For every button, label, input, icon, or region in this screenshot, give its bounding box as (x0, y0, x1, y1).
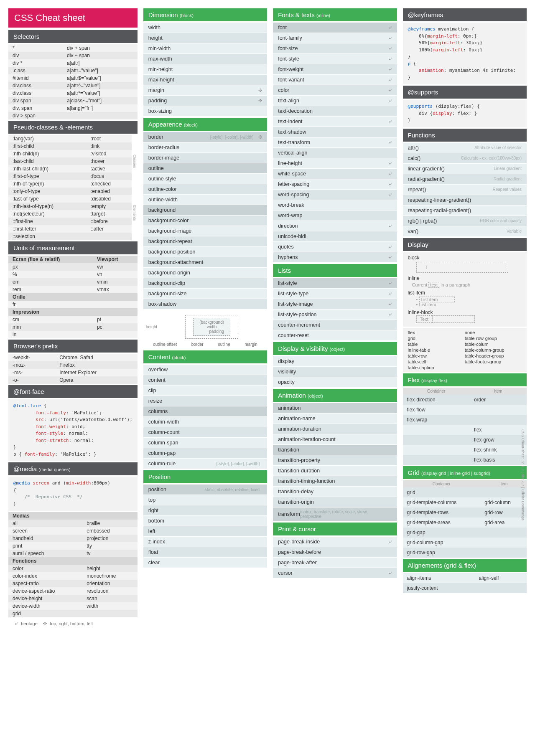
footer: CSS Cheat-sheet | v. 1.3 | déc.-17 | Oli… (521, 429, 525, 520)
hdr-fonts: Fonts & texts (inline) (273, 8, 397, 21)
hdr-prefix: Browser's prefix (8, 340, 138, 353)
prop-word-wrap: word-wrap (273, 211, 397, 221)
prop-word-spacing: word-spacing⤶ (273, 190, 397, 200)
prop-clear: clear (143, 558, 267, 568)
hdr-display-vis: Display & visibility (object) (273, 342, 397, 355)
prop-font-size: font-size⤶ (273, 43, 397, 54)
prop-max-width: max-width (143, 54, 267, 64)
prop-counter-increment: counter-increment (273, 320, 397, 330)
prop-max-height: max-height (143, 75, 267, 85)
fontface-code: @font-face { font-family: 'MaPolice'; sr… (8, 399, 138, 461)
prop-list-style-position: list-style-position⤶ (273, 310, 397, 320)
hdr-dimension: Dimension (block) (143, 8, 267, 21)
prop-border: border[-style], [-color], [-width]✣ (143, 132, 267, 142)
prop-list-style: list-style⤶ (273, 278, 397, 289)
prop-page-break-after: page-break-after (273, 558, 397, 568)
trbl-icon: ✣ (258, 98, 262, 104)
heritage-icon: ⤶ (388, 25, 392, 30)
prop-letter-spacing: letter-spacing⤶ (273, 179, 397, 190)
flex-table: ContainerItemflex-directionorderflex-flo… (403, 388, 527, 465)
prop-text-align: text-align⤶ (273, 96, 397, 106)
heritage-icon: ⤶ (388, 192, 392, 198)
hdr-lists: Lists (273, 264, 397, 277)
heritage-icon: ⤶ (388, 291, 392, 297)
heritage-icon: ⤶ (388, 46, 392, 51)
prop-overflow: overflow (143, 365, 267, 375)
prop-transition-duration: transition-duration (273, 466, 397, 476)
display-vis-list: displayvisibilityopacity (273, 356, 397, 388)
func-row: calc()Calculate - ex. calc(100vw-30px) (403, 153, 527, 164)
prop-outline-color: outline-color (143, 184, 267, 195)
heritage-icon: ⤶ (388, 312, 392, 317)
prop-hyphens: hyphens⤶ (273, 252, 397, 263)
prop-background-size: background-size (143, 289, 267, 299)
prop-transition: transition (273, 445, 397, 455)
prefix-table: -webkit-Chrome, Safari-moz-Firefox-ms-In… (8, 354, 138, 384)
prop-color: color⤶ (273, 85, 397, 96)
label-elements: Elements (132, 205, 137, 221)
prop-vertical-align: vertical-align (273, 148, 397, 158)
prop-line-height: line-height⤶ (273, 158, 397, 169)
prop-counter-reset: counter-reset (273, 330, 397, 341)
prop-outline: outline (143, 163, 267, 174)
trbl-icon: ✣ (258, 134, 262, 140)
heritage-icon: ⤶ (388, 223, 392, 229)
prop-animation-duration: animation-duration (273, 424, 397, 434)
func-row: var()Variable (403, 226, 527, 237)
prop-font-variant: font-variant⤶ (273, 75, 397, 85)
func-row: rgb() | rgba()RGB color and opacity (403, 216, 527, 226)
trbl-icon: ✣ (258, 88, 262, 93)
prop-min-width: min-width (143, 43, 267, 54)
heritage-icon: ⤶ (388, 539, 392, 545)
heritage-icon: ⤶ (388, 255, 392, 260)
prop-text-transform: text-transform⤶ (273, 137, 397, 148)
heritage-icon: ⤶ (14, 621, 18, 626)
heritage-icon: ⤶ (388, 67, 392, 72)
func-row: repeat()Reapeat values (403, 185, 527, 195)
prop-position: positionstatic, absolute, relative, fixe… (143, 485, 267, 495)
func-row: radial-gradient()Radial gradient (403, 174, 527, 185)
supports-code: @supports (display:flex) { div {display:… (403, 100, 527, 127)
hdr-content: Content (block) (143, 350, 267, 363)
prop-unicode-bidi: unicode-bidi (273, 231, 397, 242)
selectors-table: *div + spandivdiv ~ spandiv *a[attr].cla… (8, 44, 138, 119)
prop-column-gap: column-gap (143, 448, 267, 459)
prop-page-break-inside: page-break-inside⤶ (273, 537, 397, 547)
prop-clip: clip (143, 386, 267, 396)
prop-height: height (143, 33, 267, 43)
prop-display: display (273, 356, 397, 367)
prop-resize: resize (143, 396, 267, 406)
heritage-icon: ⤶ (388, 244, 392, 250)
units-table: Ecran (fixe & relatif)Viewportpxvw%vhemv… (8, 256, 138, 338)
hdr-functions: Functions (403, 129, 527, 142)
dimension-list: widthheightmin-widthmax-widthmin-heightm… (143, 23, 267, 117)
media-table: Mediasallbraillescreenembossedhandheldpr… (8, 512, 138, 617)
prop-border-image: border-image (143, 153, 267, 163)
heritage-icon: ⤶ (388, 281, 392, 286)
grid-table: ContainerItemgridgrid-template-columnsgr… (403, 480, 527, 558)
prop-bottom: bottom (143, 516, 267, 526)
hdr-grid: Grid (display:grid | inline-grid | subgr… (403, 466, 527, 479)
appearance-list: border[-style], [-color], [-width]✣borde… (143, 132, 267, 310)
prop-background-attachment: background-attachment (143, 257, 267, 268)
prop-quotes: quotes⤶ (273, 242, 397, 252)
prop-column-span: column-span (143, 438, 267, 448)
position-list: positionstatic, absolute, relative, fixe… (143, 485, 267, 568)
heritage-icon: ⤶ (388, 171, 392, 177)
animation-list: animationanimation-nameanimation-duratio… (273, 403, 397, 521)
prop-top: top (143, 495, 267, 505)
prop-visibility: visibility (273, 367, 397, 377)
prop-border-radius: border-radius (143, 142, 267, 153)
pseudo-table: :lang(var):root:first-child:link:nth-chi… (8, 135, 132, 240)
prop-background-origin: background-origin (143, 268, 267, 278)
prop-font-weight: font-weight⤶ (273, 64, 397, 75)
prop-direction: direction⤶ (273, 221, 397, 231)
hdr-animation: Animation (object) (273, 389, 397, 402)
prop-content: content (143, 375, 267, 386)
hdr-pseudo: Pseudo-classes & -elements (8, 121, 138, 134)
prop-transition-timing-function: transition-timing-function (273, 476, 397, 487)
heritage-icon: ⤶ (388, 77, 392, 83)
heritage-icon: ⤶ (388, 36, 392, 41)
func-row: linear-gradient()Linear gradient (403, 164, 527, 174)
prop-transform: transformmatrix, translate, rotate, scal… (273, 507, 397, 521)
